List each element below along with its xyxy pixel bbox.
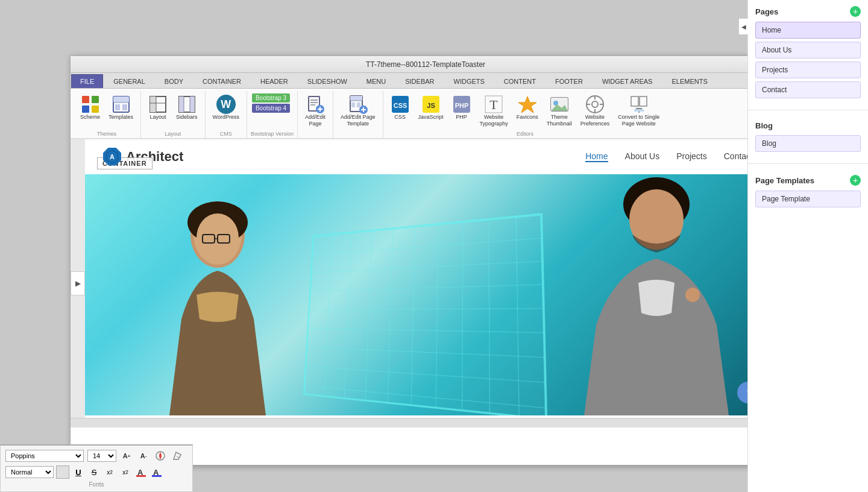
tab-slideshow[interactable]: SLIDESHOW bbox=[298, 74, 356, 88]
website-preferences-button[interactable]: WebsitePreferences bbox=[577, 92, 614, 130]
svg-marker-41 bbox=[518, 96, 536, 113]
layout-icon bbox=[148, 95, 168, 114]
svg-text:PHP: PHP bbox=[454, 102, 468, 109]
page-item-projects[interactable]: Projects bbox=[755, 62, 861, 78]
svg-line-71 bbox=[177, 456, 179, 458]
horizontal-scrollbar[interactable] bbox=[71, 418, 771, 427]
editors-group-label: Editors bbox=[387, 130, 664, 138]
right-panel: ◀ Pages + Home About Us Projects Contact… bbox=[747, 0, 868, 492]
page-item-contact[interactable]: Contact bbox=[755, 81, 861, 98]
tab-content[interactable]: CONTENT bbox=[495, 74, 545, 88]
svg-rect-10 bbox=[150, 96, 156, 112]
site-preview: CONTAINER A Architect Home About Us Proj… bbox=[85, 139, 771, 427]
cms-group: W WordPress CMS bbox=[206, 91, 247, 138]
font-shrink-button[interactable]: A- bbox=[137, 449, 150, 462]
bootstrap4-option[interactable]: Bootstrap 4 bbox=[252, 104, 290, 113]
templates-label: Templates bbox=[108, 114, 133, 121]
javascript-button[interactable]: JS JavaScript bbox=[415, 92, 447, 123]
strikethrough-button[interactable]: S bbox=[87, 465, 101, 479]
javascript-label: JavaScript bbox=[418, 114, 444, 121]
convert-single-page-button[interactable]: Convert to SinglePage Website bbox=[614, 92, 663, 130]
page-templates-section-header: Page Templates + bbox=[755, 175, 861, 186]
bootstrap3-option[interactable]: Bootstrap 3 bbox=[252, 93, 290, 102]
nav-about[interactable]: About Us bbox=[625, 151, 660, 162]
page-template-item[interactable]: Page Template bbox=[755, 191, 861, 207]
color-picker-button[interactable] bbox=[154, 449, 167, 462]
format-select[interactable]: Normal Heading 1 Heading 2 bbox=[5, 466, 54, 478]
theme-thumbnail-button[interactable]: ThemeThumbnail bbox=[543, 92, 576, 130]
scheme-button[interactable]: Scheme bbox=[77, 92, 104, 123]
bootstrap-selector: Bootstrap 3 Bootstrap 4 bbox=[251, 92, 291, 114]
superscript-button[interactable]: x2 bbox=[119, 465, 132, 479]
svg-rect-53 bbox=[640, 96, 647, 106]
css-button[interactable]: CSS CSS bbox=[387, 92, 414, 123]
add-edit-page-group: Add/EditPage bbox=[298, 91, 333, 138]
font-grow-button[interactable]: A+ bbox=[120, 449, 133, 462]
svg-point-68 bbox=[685, 288, 700, 302]
nav-home[interactable]: Home bbox=[585, 151, 608, 162]
site-nav: Home About Us Projects Contact bbox=[585, 151, 753, 162]
font-size-select[interactable]: 14 8 10 12 16 18 bbox=[87, 450, 116, 462]
tab-file[interactable]: FILE bbox=[71, 74, 103, 88]
page-templates-title: Page Templates bbox=[755, 176, 814, 185]
add-edit-page-button[interactable]: Add/EditPage bbox=[301, 92, 329, 130]
sidebars-icon bbox=[177, 95, 197, 114]
bottom-toolbar: Poppins Arial Roboto 14 8 10 12 16 18 A+… bbox=[0, 444, 193, 492]
svg-point-46 bbox=[592, 101, 598, 107]
templates-button[interactable]: Templates bbox=[105, 92, 137, 123]
eraser-button[interactable] bbox=[171, 449, 184, 462]
php-icon: PHP bbox=[452, 95, 471, 114]
typography-button[interactable]: T WebsiteTypography bbox=[476, 92, 512, 130]
tab-general[interactable]: GENERAL bbox=[104, 74, 154, 88]
add-template-button[interactable]: + bbox=[850, 175, 861, 186]
add-edit-page-label: Add/EditPage bbox=[305, 114, 326, 127]
tab-container[interactable]: CONTAINER bbox=[193, 74, 250, 88]
color-box[interactable] bbox=[56, 465, 69, 479]
font-family-select[interactable]: Poppins Arial Roboto bbox=[5, 450, 84, 462]
panel-collapse-button[interactable]: ◀ bbox=[738, 18, 748, 35]
page-item-about[interactable]: About Us bbox=[755, 42, 861, 58]
tab-elements[interactable]: ELEMENTS bbox=[662, 74, 716, 88]
page-item-home[interactable]: Home bbox=[755, 22, 861, 39]
svg-marker-70 bbox=[174, 452, 181, 459]
favicons-icon bbox=[518, 95, 537, 114]
tab-sidebar[interactable]: SIDEBAR bbox=[396, 74, 443, 88]
underline-button[interactable]: U bbox=[72, 465, 85, 479]
scheme-icon bbox=[81, 95, 100, 114]
tab-header[interactable]: HEADER bbox=[251, 74, 297, 88]
site-header: A Architect Home About Us Projects Conta… bbox=[85, 139, 771, 174]
tab-body[interactable]: BODY bbox=[156, 74, 192, 88]
typography-label: WebsiteTypography bbox=[480, 114, 508, 127]
svg-rect-0 bbox=[82, 96, 89, 103]
php-button[interactable]: PHP PHP bbox=[448, 92, 475, 123]
nav-projects[interactable]: Projects bbox=[676, 151, 707, 162]
left-toggle-button[interactable]: ▶ bbox=[71, 271, 85, 295]
svg-rect-1 bbox=[92, 96, 99, 103]
typography-icon: T bbox=[484, 95, 503, 114]
svg-text:A: A bbox=[110, 153, 115, 160]
tab-menu[interactable]: MENU bbox=[357, 74, 395, 88]
tab-widgets[interactable]: WIDGETS bbox=[445, 74, 494, 88]
layout-button[interactable]: Layout bbox=[145, 92, 171, 123]
fonts-label: Fonts bbox=[5, 481, 187, 488]
favicons-button[interactable]: Favicons bbox=[513, 92, 542, 123]
tab-widget-areas[interactable]: WIDGET AREAS bbox=[593, 74, 662, 88]
font-color-button[interactable]: A bbox=[134, 465, 148, 479]
logo-icon: A bbox=[103, 148, 121, 166]
layout-label: Layout bbox=[150, 114, 166, 121]
add-page-button[interactable]: + bbox=[850, 6, 861, 17]
layout-group: Layout Sidebars bbox=[141, 91, 206, 138]
svg-rect-29 bbox=[357, 102, 360, 107]
blog-item[interactable]: Blog bbox=[755, 135, 861, 152]
website-preferences-label: WebsitePreferences bbox=[580, 114, 610, 127]
wordpress-button[interactable]: W WordPress bbox=[209, 92, 243, 123]
svg-rect-52 bbox=[631, 96, 638, 106]
svg-rect-28 bbox=[351, 102, 355, 107]
sidebars-label: Sidebars bbox=[176, 114, 198, 121]
person-right bbox=[572, 174, 741, 415]
tab-footer[interactable]: FOOTER bbox=[546, 74, 592, 88]
add-edit-template-button[interactable]: Add/Edit PageTemplate bbox=[337, 92, 379, 130]
bg-color-button[interactable]: A bbox=[150, 465, 163, 479]
sidebars-button[interactable]: Sidebars bbox=[172, 92, 201, 123]
subscript-button[interactable]: x2 bbox=[103, 465, 116, 479]
